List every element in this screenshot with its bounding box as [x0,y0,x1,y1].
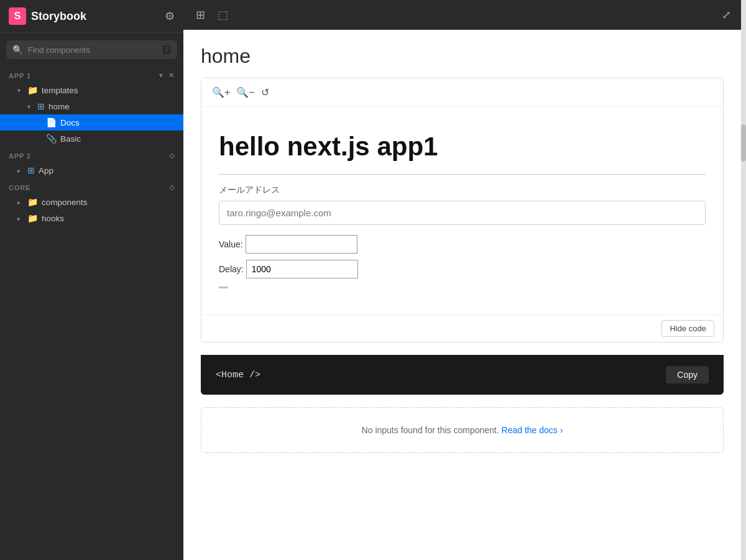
sidebar-header: S Storybook ⚙ [0,0,183,33]
folder-icon: 📁 [27,85,38,95]
collapse-icon[interactable]: ◇ [169,183,175,191]
sidebar-item-label: hooks [42,214,64,223]
zoom-out-button[interactable]: 🔍− [234,85,256,100]
zoom-reset-button[interactable]: ↺ [259,85,271,100]
preview-heading: hello next.js app1 [219,132,706,162]
arrow-icon: ▸ [17,199,24,206]
story-icon: 📎 [46,134,57,144]
read-docs-link[interactable]: Read the docs › [502,425,563,435]
section-core: CORE ◇ [0,178,183,194]
logo-area: S Storybook [9,7,86,25]
docs-icon: 📄 [46,117,57,127]
delay-input[interactable] [246,260,358,278]
storybook-logo-icon: S [9,7,26,25]
sidebar-item-docs[interactable]: 📄 Docs [0,114,183,131]
value-row: Value: [219,235,706,254]
folder-icon: 📁 [27,197,38,207]
folder-icon: 📁 [27,213,38,223]
toolbar-right: ⤢ [722,8,731,22]
component-icon: ⊞ [37,101,45,111]
section-core-controls[interactable]: ◇ [169,183,175,191]
grid-view-icon[interactable]: ⊞ [193,6,208,24]
preview-content: hello next.js app1 メールアドレス Value: Delay:… [201,107,723,314]
collapse-icon[interactable]: ◇ [169,152,175,160]
expand-icon[interactable]: ⤢ [722,8,731,22]
component-icon: ⊞ [27,165,35,175]
sidebar-item-label: home [48,102,70,111]
section-app1: APP 1 ▾ ✕ [0,67,183,82]
sidebar: S Storybook ⚙ 🔍 Find components / APP 1 … [0,0,183,560]
scrollbar-thumb [741,124,746,162]
code-block: <Home /> Copy [201,355,724,395]
zoom-in-button[interactable]: 🔍+ [210,85,232,100]
hide-code-bar: Hide code [201,314,723,342]
copy-button[interactable]: Copy [666,366,709,383]
email-label: メールアドレス [219,185,706,196]
delay-label: Delay: [219,264,244,274]
section-app1-controls[interactable]: ▾ ✕ [159,71,175,80]
main-toolbar: ⊞ ⬚ ⤢ [183,0,741,30]
value-label: Value: [219,239,243,249]
close-icon[interactable]: ✕ [168,71,175,80]
collapse-icon[interactable]: ▾ [159,71,163,80]
arrow-icon: ▸ [17,215,24,222]
delay-row: Delay: [219,260,706,278]
sidebar-item-label: Basic [60,134,81,144]
no-inputs-card: No inputs found for this component. Read… [201,407,724,453]
toolbar-left: ⊞ ⬚ [193,6,231,24]
arrow-icon: ▸ [17,167,24,174]
app-title: Storybook [31,10,86,23]
preview-card: 🔍+ 🔍− ↺ hello next.js app1 メールアドレス Value… [201,78,724,342]
sidebar-item-label: App [39,166,53,175]
settings-icon[interactable]: ⚙ [165,9,175,23]
page-title: home [201,45,724,68]
sidebar-item-basic[interactable]: 📎 Basic [0,131,183,147]
hide-code-button[interactable]: Hide code [661,320,714,337]
sidebar-item-label: templates [42,86,78,95]
no-inputs-text: No inputs found for this component. [362,425,499,435]
arrow-icon: ▾ [27,103,34,110]
sidebar-item-templates[interactable]: ▾ 📁 templates [0,82,183,98]
sidebar-item-hooks[interactable]: ▸ 📁 hooks [0,210,183,226]
email-input[interactable] [219,201,706,225]
main-area: ⊞ ⬚ ⤢ home 🔍+ 🔍− ↺ hello next.js app1 メー… [183,0,741,560]
code-snippet: <Home /> [216,370,260,380]
triple-quote: """ [219,285,706,295]
right-scrollbar[interactable] [741,0,746,560]
sidebar-item-label: Docs [60,118,80,127]
preview-divider [219,174,706,175]
sidebar-item-app[interactable]: ▸ ⊞ App [0,162,183,178]
section-app2-controls[interactable]: ◇ [169,152,175,160]
search-shortcut-key: / [163,45,171,54]
sidebar-item-label: components [42,198,88,207]
page-title-area: home [183,30,741,78]
section-app2: APP 2 ◇ [0,147,183,162]
frame-view-icon[interactable]: ⬚ [215,6,231,24]
content-area: home 🔍+ 🔍− ↺ hello next.js app1 メールアドレス … [183,30,741,560]
sidebar-item-components[interactable]: ▸ 📁 components [0,194,183,210]
search-bar[interactable]: 🔍 Find components / [6,40,177,59]
preview-toolbar: 🔍+ 🔍− ↺ [201,78,723,107]
sidebar-item-home[interactable]: ▾ ⊞ home [0,98,183,114]
search-icon: 🔍 [12,45,23,55]
arrow-icon: ▾ [17,87,24,94]
search-placeholder: Find components [28,45,158,55]
value-input[interactable] [246,235,357,254]
